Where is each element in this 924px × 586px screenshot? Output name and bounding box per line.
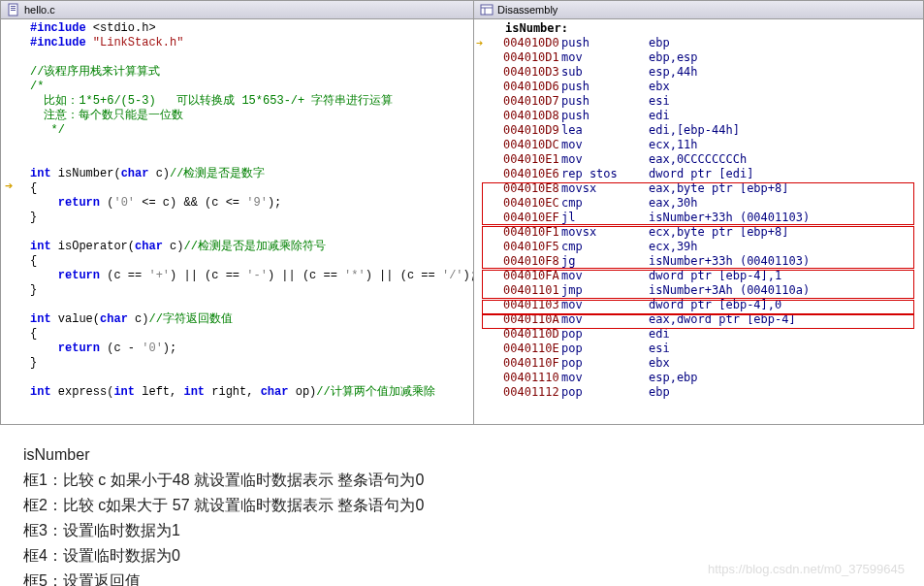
disasm-address: 00401112 (484, 385, 561, 400)
disasm-operands: esi (649, 342, 670, 356)
disasm-row[interactable]: 004010F5cmpecx,39h (474, 240, 923, 254)
disasm-tab-title: Disassembly (497, 4, 558, 16)
disasm-address: 0040110A (484, 312, 561, 327)
disasm-row[interactable]: 004010E6rep stosdword ptr [edi] (474, 167, 923, 181)
disasm-opcode: pop (561, 385, 649, 400)
disasm-address: 004010D1 (484, 50, 561, 65)
disasm-row[interactable]: 004010D8pushedi (474, 109, 923, 123)
fn2-comment: //检测是否是加减乘除符号 (183, 240, 325, 253)
disasm-opcode: pop (561, 342, 649, 356)
disasm-row[interactable]: 0040110Amoveax,dword ptr [ebp-4] (474, 312, 923, 327)
disasm-row[interactable]: 004010E8movsxeax,byte ptr [ebp+8] (474, 181, 923, 196)
disasm-operands: esi (649, 94, 670, 109)
disasm-row[interactable]: 00401110movesp,ebp (474, 371, 923, 385)
disasm-operands: ecx,11h (649, 138, 698, 152)
kw-return-1: return (58, 196, 100, 210)
disasm-row[interactable]: 004010F8jgisNumber+33h (00401103) (474, 254, 923, 269)
disasm-operands: ecx,byte ptr [ebp+8] (649, 225, 789, 240)
disasm-row[interactable]: 004010D7pushesi (474, 94, 923, 109)
disasm-opcode: mov (561, 269, 649, 283)
disasm-operands: ebp (649, 385, 670, 400)
disasm-row[interactable]: 004010D3subesp,44h (474, 65, 923, 80)
disasm-opcode: push (561, 109, 649, 123)
disasm-address: 004010EC (484, 196, 561, 211)
code-editor[interactable]: #include <stdio.h> #include "LinkStack.h… (1, 19, 473, 424)
disasm-row[interactable]: 004010E1moveax,0CCCCCCCCh (474, 152, 923, 167)
disasm-address: 004010D3 (484, 65, 561, 80)
disasm-address: 004010D0 (484, 36, 561, 50)
disasm-opcode: pop (561, 327, 649, 342)
disasm-row[interactable]: 00401101jmpisNumber+3Ah (0040110a) (474, 283, 923, 298)
kw-int-4b: int (113, 385, 135, 399)
disasm-opcode: jg (561, 254, 649, 269)
char-0a: '0' (113, 196, 135, 210)
disasm-opcode: cmp (561, 240, 649, 254)
disasm-operands: ebx (649, 80, 670, 94)
execution-arrow-icon: ➔ (5, 179, 13, 194)
svg-rect-4 (481, 5, 493, 15)
disasm-row[interactable]: 004010FAmovdword ptr [ebp-4],1 (474, 269, 923, 283)
kw-return-3: return (58, 342, 100, 355)
disasm-row[interactable]: 004010D1movebp,esp (474, 50, 923, 65)
fn1-comment: //检测是否是数字 (170, 167, 265, 180)
disasm-row[interactable]: 0040110Dpopedi (474, 327, 923, 342)
disasm-opcode: rep stos (561, 167, 649, 181)
disasm-operands: ebp (649, 36, 670, 50)
disasm-address: 004010E6 (484, 167, 561, 181)
disasm-row[interactable]: 0040110Fpopebx (474, 356, 923, 371)
char-div: '/' (442, 269, 463, 282)
disasm-row[interactable]: ➔004010D0pushebp (474, 36, 923, 50)
fn4-p3: op) (288, 385, 316, 399)
disasm-tab-title-bar[interactable]: Disassembly (474, 1, 923, 19)
disasm-opcode: mov (561, 298, 649, 312)
disasm-row[interactable]: 004010D6pushebx (474, 80, 923, 94)
disasm-row[interactable]: 004010ECcmpeax,30h (474, 196, 923, 211)
disasm-opcode: push (561, 94, 649, 109)
disasm-opcode: mov (561, 50, 649, 65)
kw-int-4c: int (183, 385, 205, 399)
disasm-address: 004010EF (484, 211, 561, 225)
disasm-operands: edi,[ebp-44h] (649, 123, 740, 138)
disasm-row[interactable]: 00401112popebp (474, 385, 923, 400)
disasm-row[interactable]: 0040110Epopesi (474, 342, 923, 356)
disasm-address: 004010E8 (484, 181, 561, 196)
code-tab-title-bar[interactable]: hello.c (1, 1, 473, 19)
code-tab-title: hello.c (24, 4, 55, 16)
disassembly-view[interactable]: isNumber: ➔004010D0pushebp004010D1movebp… (474, 19, 923, 424)
disasm-operands: isNumber+33h (00401103) (649, 254, 810, 269)
disasm-address: 00401101 (484, 283, 561, 298)
kw-char-4: char (261, 385, 289, 399)
disasm-operands: eax,dword ptr [ebp-4] (649, 312, 796, 327)
disasm-operands: ecx,39h (649, 240, 698, 254)
disasm-opcode: cmp (561, 196, 649, 211)
disasm-address: 004010E1 (484, 152, 561, 167)
fn3-comment: //字符返回数值 (148, 312, 232, 326)
comment-5: */ (30, 123, 65, 137)
disasm-row[interactable]: 004010D9leaedi,[ebp-44h] (474, 123, 923, 138)
disasm-address: 004010D7 (484, 94, 561, 109)
disasm-operands: dword ptr [ebp-4],0 (649, 298, 781, 312)
disasm-opcode: sub (561, 65, 649, 80)
brace-2-open: { (30, 254, 37, 268)
below-line-1: isNumber (23, 442, 924, 468)
disasm-address: 004010FA (484, 269, 561, 283)
disasm-row[interactable]: 004010DCmovecx,11h (474, 138, 923, 152)
disasm-address: 0040110D (484, 327, 561, 342)
disasm-row[interactable]: 00401103movdword ptr [ebp-4],0 (474, 298, 923, 312)
disasm-row[interactable]: 004010EFjlisNumber+33h (00401103) (474, 211, 923, 225)
disasm-opcode: mov (561, 138, 649, 152)
brace-2-close: } (30, 283, 37, 297)
disasm-operands: isNumber+33h (00401103) (649, 211, 810, 225)
disasm-opcode: mov (561, 152, 649, 167)
disasm-operands: eax,byte ptr [ebp+8] (649, 181, 789, 196)
disasm-operands: esp,44h (649, 65, 698, 80)
svg-rect-3 (11, 10, 16, 11)
disasm-operands: dword ptr [ebp-4],1 (649, 269, 781, 283)
char-plus: '+' (148, 269, 170, 282)
disasm-address: 004010F1 (484, 225, 561, 240)
disasm-opcode: push (561, 36, 649, 50)
disasm-row[interactable]: 004010F1movsxecx,byte ptr [ebp+8] (474, 225, 923, 240)
disasm-address: 004010DC (484, 138, 561, 152)
comment-1: //该程序用栈来计算算式 (30, 65, 160, 79)
watermark: https://blog.csdn.net/m0_37599645 (708, 562, 905, 576)
